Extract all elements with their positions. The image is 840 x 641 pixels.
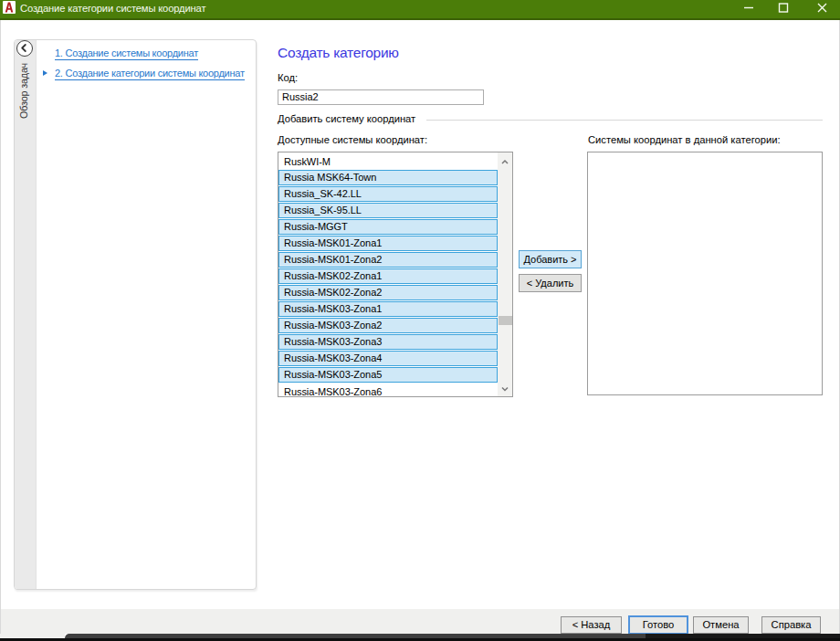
svg-text:Обзор задач: Обзор задач [18,63,29,119]
